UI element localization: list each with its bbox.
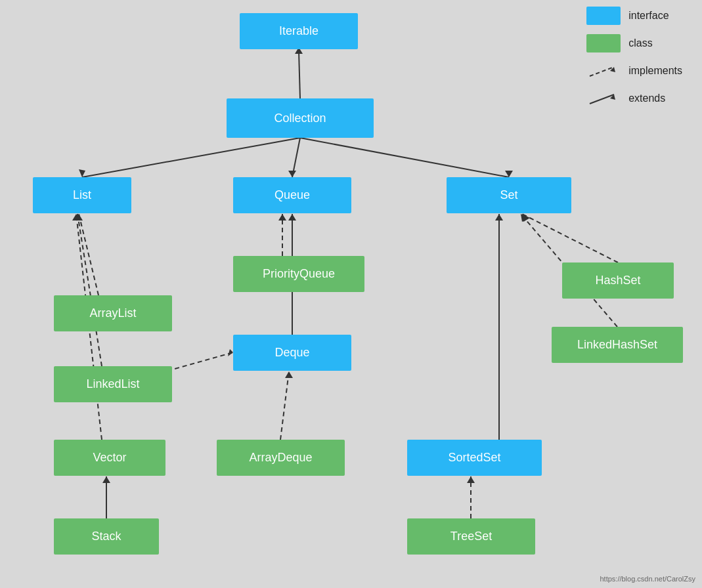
node-iterable: Iterable: [240, 13, 358, 49]
node-arraylist: ArrayList: [54, 295, 172, 331]
diagram-container: Iterable Collection List Queue Set Prior…: [0, 0, 702, 588]
node-vector: Vector: [54, 440, 165, 476]
svg-line-24: [522, 214, 618, 262]
legend-class: class: [586, 34, 682, 52]
node-deque: Deque: [233, 335, 351, 371]
svg-marker-23: [285, 371, 293, 378]
node-arraydeque: ArrayDeque: [217, 440, 345, 476]
svg-marker-31: [467, 476, 475, 483]
node-collection: Collection: [227, 98, 374, 138]
svg-marker-29: [495, 214, 503, 220]
svg-marker-21: [288, 214, 296, 220]
node-list: List: [33, 177, 131, 213]
node-priorityqueue: PriorityQueue: [233, 256, 364, 292]
svg-marker-25: [522, 214, 530, 222]
svg-marker-13: [72, 214, 80, 220]
svg-line-32: [590, 67, 614, 76]
legend-class-label: class: [628, 37, 652, 49]
legend-implements-label: implements: [628, 65, 682, 77]
svg-line-6: [300, 138, 509, 177]
legend-extends-label: extends: [628, 93, 665, 104]
node-linkedhashset: LinkedHashSet: [552, 327, 683, 363]
legend-extends: extends: [586, 89, 682, 108]
svg-line-22: [280, 371, 289, 440]
svg-marker-7: [505, 171, 513, 177]
legend-interface-label: interface: [628, 10, 669, 22]
legend-interface-box: [586, 7, 621, 25]
svg-line-34: [590, 94, 614, 104]
node-sortedset: SortedSet: [407, 440, 542, 476]
node-queue: Queue: [233, 177, 351, 213]
svg-line-4: [292, 138, 300, 177]
svg-line-0: [299, 51, 300, 98]
node-treeset: TreeSet: [407, 518, 535, 555]
svg-marker-11: [74, 214, 81, 220]
svg-marker-9: [75, 214, 83, 220]
svg-line-8: [79, 214, 99, 295]
svg-marker-15: [102, 476, 110, 483]
node-linkedlist: LinkedList: [54, 366, 172, 402]
legend: interface class implements extends: [586, 7, 682, 108]
svg-marker-5: [288, 171, 296, 177]
svg-line-2: [82, 138, 300, 177]
node-set: Set: [447, 177, 571, 213]
svg-marker-3: [79, 169, 85, 177]
svg-marker-27: [521, 214, 529, 222]
legend-implements: implements: [586, 62, 682, 80]
legend-class-box: [586, 34, 621, 52]
legend-extends-arrow: [586, 89, 621, 108]
watermark: https://blog.csdn.net/CarolZsy: [600, 575, 695, 583]
svg-marker-17: [278, 214, 286, 220]
legend-implements-arrow: [586, 62, 621, 80]
node-hashset: HashSet: [562, 262, 674, 299]
node-stack: Stack: [54, 518, 159, 555]
legend-interface: interface: [586, 7, 682, 25]
svg-marker-19: [228, 349, 233, 356]
svg-line-10: [77, 214, 102, 366]
